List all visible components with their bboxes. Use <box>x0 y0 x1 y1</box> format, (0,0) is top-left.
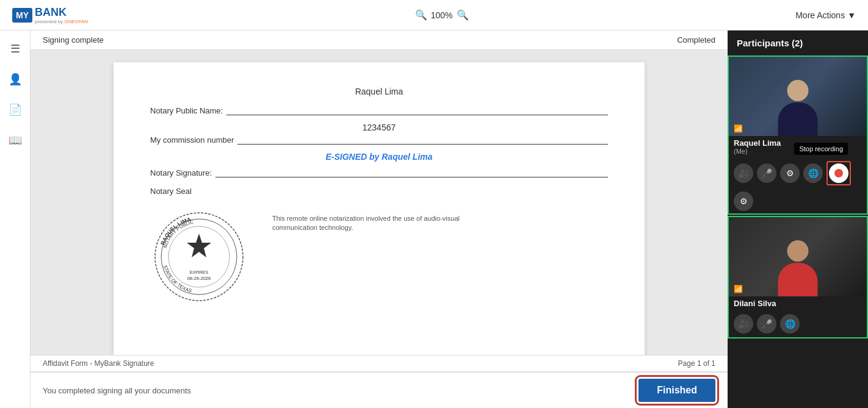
document-scroll-area[interactable]: Raquel Lima Notary Public Name: 1234567 … <box>31 50 728 355</box>
notary-signature-row: Notary Signature: <box>150 168 608 177</box>
participant-card-dilani: 📶 Dilani Silva 🎥 🎤 🌐 <box>728 216 868 338</box>
signing-status: Signing complete <box>43 35 104 45</box>
logo: MY BANK presented by ONESPAN <box>12 6 88 24</box>
chevron-down-icon: ▼ <box>847 10 856 20</box>
sidebar-person-icon[interactable]: 👤 <box>6 70 24 88</box>
raquel-head <box>787 80 809 101</box>
left-sidebar: ☰ 👤 📄 📖 <box>0 30 31 408</box>
more-actions-label: More Actions <box>795 10 845 20</box>
remote-tech-text: This remote online notarization involved… <box>272 214 486 233</box>
record-btn-container: Stop recording <box>826 161 851 185</box>
commission-field-row: My commission number <box>150 135 608 145</box>
raquel-settings-button[interactable]: ⚙ <box>780 163 800 183</box>
dilani-controls-row: 🎥 🎤 🌐 <box>729 310 867 337</box>
raquel-figure <box>778 80 818 136</box>
document-area: Signing complete Completed Raquel Lima N… <box>31 30 728 408</box>
stop-recording-button[interactable] <box>829 163 848 183</box>
raquel-mic-button[interactable]: 🎤 <box>757 163 776 183</box>
notary-name-line: Raquel Lima <box>150 87 608 96</box>
svg-text:EXPIRES: EXPIRES <box>190 270 209 274</box>
logo-my: MY <box>12 8 32 23</box>
document-content: Raquel Lima Notary Public Name: 1234567 … <box>150 87 608 306</box>
notary-public-field-row: Notary Public Name: <box>150 106 608 115</box>
sidebar-book-icon[interactable]: 📖 <box>6 131 24 149</box>
topbar-right: More Actions ▼ <box>795 10 856 20</box>
raquel-share-button[interactable]: 🌐 <box>803 163 823 183</box>
commission-number-value: 1234567 <box>150 123 608 132</box>
topbar-left: MY BANK presented by ONESPAN <box>12 6 88 24</box>
dilani-head <box>787 240 809 262</box>
dilani-name: Dilani Silva <box>734 299 862 308</box>
dilani-share-button[interactable]: 🌐 <box>780 314 800 334</box>
zoom-controls: 🔍 100% 🔍 <box>415 9 469 21</box>
notary-public-line <box>226 106 608 115</box>
notary-signature-line <box>215 168 608 177</box>
raquel-extra-settings-button[interactable]: ⚙ <box>734 191 753 211</box>
notary-public-label: Notary Public Name: <box>150 106 223 115</box>
bottom-action-bar: You completed signing all your documents… <box>31 371 728 408</box>
finished-button[interactable]: Finished <box>638 379 715 402</box>
raquel-controls-row: 🎥 🎤 ⚙ 🌐 Stop recording <box>729 157 867 189</box>
right-panel: Participants (2) 📶 Raquel Lima (Me) 🎥 🎤 … <box>728 30 868 408</box>
completed-status: Completed <box>677 35 715 45</box>
completion-message: You completed signing all your documents <box>43 386 191 395</box>
zoom-value: 100% <box>431 10 453 20</box>
notary-seal-section: Notary Seal <box>150 187 608 306</box>
document-page: Raquel Lima Notary Public Name: 1234567 … <box>114 62 645 355</box>
video-dilani: 📶 <box>729 217 867 296</box>
document-header: Signing complete Completed <box>31 30 728 50</box>
record-highlight <box>826 161 851 185</box>
more-actions-button[interactable]: More Actions ▼ <box>795 10 856 20</box>
notary-name-value: Raquel Lima <box>355 87 403 96</box>
svg-marker-5 <box>187 234 211 257</box>
notary-seal-image: RAQUEL LIMA NOTARY PUBLIC <box>150 208 248 306</box>
dilani-figure <box>778 240 818 296</box>
logo-bank-label: BANK <box>35 6 67 18</box>
notary-signature-label: Notary Signature: <box>150 168 212 177</box>
logo-subtitle: presented by ONESPAN <box>35 19 88 24</box>
page-number: Page 1 of 1 <box>678 359 715 368</box>
form-name: Affidavit Form - MyBank Signature <box>43 359 154 368</box>
topbar: MY BANK presented by ONESPAN 🔍 100% 🔍 Mo… <box>0 0 868 30</box>
main-layout: ☰ 👤 📄 📖 Signing complete Completed Raque… <box>0 30 868 408</box>
logo-bank-text: BANK presented by ONESPAN <box>35 6 88 24</box>
record-dot <box>834 169 843 177</box>
esign-block: E-SIGNED by Raquel Lima <box>150 152 608 162</box>
commission-line <box>237 135 608 145</box>
notary-seal-label: Notary Seal <box>150 187 608 196</box>
participants-header: Participants (2) <box>728 30 868 55</box>
raquel-signal-icon: 📶 <box>734 124 743 133</box>
sidebar-document-icon[interactable]: 📄 <box>6 101 24 119</box>
participant-card-raquel: 📶 Raquel Lima (Me) 🎥 🎤 ⚙ 🌐 Stop recordin… <box>728 55 868 215</box>
svg-text:08-29-2026: 08-29-2026 <box>187 276 211 281</box>
dilani-body <box>778 263 818 296</box>
esign-text: E-SIGNED by Raquel Lima <box>325 152 432 162</box>
sidebar-menu-icon[interactable]: ☰ <box>6 40 24 58</box>
zoom-out-icon[interactable]: 🔍 <box>415 9 427 21</box>
document-page-footer: Affidavit Form - MyBank Signature Page 1… <box>31 355 728 371</box>
raquel-extra-controls: ⚙ <box>729 189 867 213</box>
raquel-video-button[interactable]: 🎥 <box>734 163 753 183</box>
dilani-video-button[interactable]: 🎥 <box>734 314 753 334</box>
dilani-info: Dilani Silva <box>729 296 867 310</box>
commission-label: My commission number <box>150 135 234 145</box>
dilani-mic-button[interactable]: 🎤 <box>757 314 776 334</box>
stop-recording-tooltip: Stop recording <box>794 143 848 155</box>
video-raquel: 📶 <box>729 57 867 136</box>
raquel-body <box>778 102 818 136</box>
seal-content-row: RAQUEL LIMA NOTARY PUBLIC <box>150 208 608 306</box>
topbar-center: 🔍 100% 🔍 <box>415 9 469 21</box>
zoom-in-icon[interactable]: 🔍 <box>457 9 469 21</box>
svg-point-0 <box>155 213 243 301</box>
dilani-signal-icon: 📶 <box>734 285 743 293</box>
